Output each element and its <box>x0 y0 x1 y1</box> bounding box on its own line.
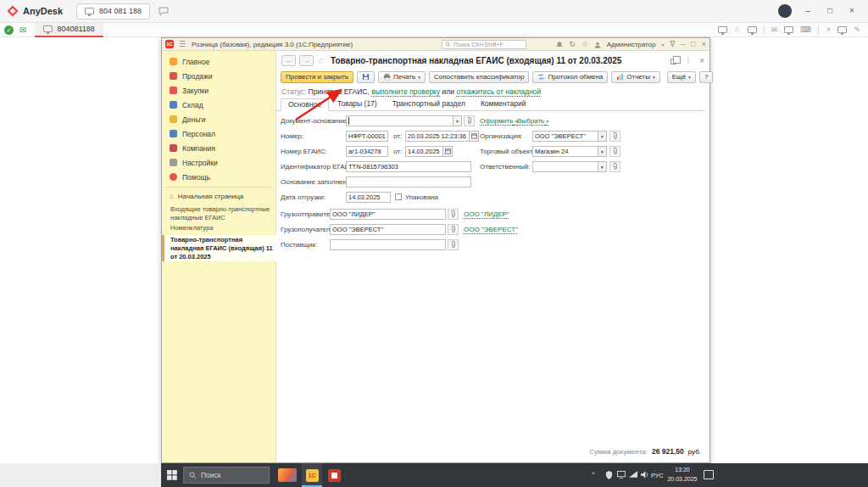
remote-address-field[interactable]: 804 081 188 <box>76 3 150 20</box>
attachment-clip-icon[interactable] <box>609 161 620 172</box>
global-search-input[interactable]: Поиск Ctrl+Shift+F <box>442 40 526 49</box>
close-document-icon[interactable]: × <box>699 56 704 65</box>
base-doc-choose-button[interactable]: ▾ <box>453 115 462 126</box>
ship-date-input[interactable] <box>346 192 391 203</box>
attachment-clip-icon[interactable] <box>448 209 459 220</box>
tab-transport[interactable]: Транспортный раздел <box>386 98 472 110</box>
organization-choose-button[interactable]: ▾ <box>598 131 607 142</box>
decline-waybill-link[interactable]: откажитесь от накладной <box>456 87 541 96</box>
open-in-new-window-icon[interactable] <box>670 59 676 64</box>
more-menu-icon[interactable]: ⋮ <box>684 56 692 64</box>
session-tab[interactable]: 804081188 <box>35 23 103 37</box>
select-link[interactable]: Выбрать ▾ <box>517 115 548 127</box>
nav-item-incoming-ttn-list[interactable]: Входящие товарно-транспортные накладные … <box>162 204 276 223</box>
keyboard-icon[interactable]: ⌨ <box>800 25 811 36</box>
taskbar-search[interactable]: Поиск <box>183 467 270 484</box>
tab-comment[interactable]: Комментарий <box>474 98 533 110</box>
responsible-input[interactable] <box>532 161 598 172</box>
onec-maximize-icon[interactable]: □ <box>691 38 695 51</box>
actions-icon[interactable]: ⚡ <box>826 25 831 36</box>
notifications-bell-icon[interactable] <box>556 41 563 48</box>
security-shield-icon[interactable] <box>605 471 613 479</box>
fill-base-input[interactable] <box>346 176 471 188</box>
nav-item-current-document[interactable]: Товарно-транспортная накладная ЕГАИС (вх… <box>162 235 276 261</box>
shipper-input[interactable] <box>330 209 446 220</box>
onec-close-icon[interactable]: × <box>702 38 706 51</box>
message-icon[interactable]: ✉ <box>19 23 26 37</box>
sidebar-item-staff[interactable]: Персонал <box>162 126 276 141</box>
start-button[interactable] <box>161 463 183 487</box>
forward-button[interactable]: → <box>299 55 314 66</box>
display-settings-icon[interactable] <box>718 26 727 33</box>
monitor-select-icon[interactable] <box>748 26 757 33</box>
attachment-clip-icon[interactable] <box>464 115 475 126</box>
window-minimize-icon[interactable]: – <box>802 5 814 17</box>
organization-input[interactable] <box>532 131 598 142</box>
shipper-link[interactable]: ООО "ЛИДЕР" <box>464 209 509 220</box>
window-maximize-icon[interactable]: □ <box>824 5 836 17</box>
main-menu-icon[interactable]: ☰ <box>179 38 186 51</box>
base-doc-input[interactable] <box>346 115 453 126</box>
exchange-log-button[interactable]: Протокол обмена <box>532 71 608 83</box>
language-indicator[interactable]: РУС <box>651 472 664 479</box>
volume-icon[interactable] <box>641 471 648 479</box>
sidebar-item-settings[interactable]: Настройки <box>162 155 276 170</box>
attachment-clip-icon[interactable] <box>609 146 620 157</box>
current-user-name[interactable]: Администратор <box>607 41 656 48</box>
whiteboard-icon[interactable]: ✎ <box>854 25 860 36</box>
screens-icon[interactable] <box>784 26 793 33</box>
sidebar-item-company[interactable]: Компания <box>162 141 276 155</box>
taskbar-clock[interactable]: 13:20 20.03.2025 <box>666 466 698 484</box>
sidebar-item-purchases[interactable]: Закупки <box>162 83 276 98</box>
consignee-link[interactable]: ООО "ЭВЕРЕСТ" <box>464 224 518 235</box>
tab-main[interactable]: Основное <box>281 98 329 111</box>
calendar-icon[interactable] <box>470 131 479 142</box>
doc-datetime-input[interactable] <box>405 131 470 142</box>
tray-expand-chevron-icon[interactable]: ^ <box>592 470 595 478</box>
nav-home-page[interactable]: ⌂ Начальная страница <box>162 191 276 202</box>
number-input[interactable] <box>346 131 388 142</box>
sidebar-item-help[interactable]: Помощь <box>162 170 276 184</box>
history-icon[interactable]: ↻ <box>569 38 576 51</box>
post-and-close-button[interactable]: Провести и закрыть <box>281 71 353 83</box>
packed-checkbox[interactable] <box>395 193 402 200</box>
taskbar-app-red[interactable] <box>324 463 344 487</box>
map-classifier-button[interactable]: Сопоставить классификатор <box>429 71 529 83</box>
consignee-input[interactable] <box>330 224 446 235</box>
action-center-icon[interactable] <box>704 470 714 479</box>
more-button[interactable]: Ещё▾ <box>667 71 696 83</box>
responsible-choose-button[interactable]: ▾ <box>598 161 607 172</box>
egais-number-input[interactable] <box>346 146 388 157</box>
help-button[interactable]: ? <box>699 71 713 83</box>
service-menu-icon[interactable]: ∇ <box>670 38 675 51</box>
chat-icon[interactable] <box>159 7 169 16</box>
window-close-icon[interactable]: × <box>846 5 858 17</box>
back-button[interactable]: ← <box>281 55 296 66</box>
attachment-clip-icon[interactable] <box>448 239 459 250</box>
create-link[interactable]: Оформить ▾ <box>480 115 518 127</box>
attachment-clip-icon[interactable] <box>448 224 459 235</box>
account-avatar[interactable] <box>778 4 792 18</box>
attachment-clip-icon[interactable] <box>609 131 620 142</box>
print-button[interactable]: Печать▾ <box>378 71 426 83</box>
taskbar-app-1c[interactable]: 1С <box>302 463 322 487</box>
egais-id-input[interactable] <box>346 161 471 172</box>
supplier-input[interactable] <box>330 239 446 250</box>
run-check-link[interactable]: выполните проверку <box>371 87 440 96</box>
favorite-star-icon[interactable]: ☆ <box>317 56 325 65</box>
weather-widget[interactable] <box>278 468 297 482</box>
user-menu-chevron-icon[interactable]: ▾ <box>661 42 664 48</box>
egais-date-input[interactable] <box>405 146 443 157</box>
display-tray-icon[interactable] <box>617 471 626 479</box>
tab-goods[interactable]: Товары (17) <box>331 98 384 110</box>
nav-item-nomenclature[interactable]: Номенклатура <box>162 223 276 233</box>
sidebar-item-sales[interactable]: Продажи <box>162 69 276 83</box>
sidebar-item-warehouse[interactable]: Склад <box>162 98 276 112</box>
file-transfer-icon[interactable]: ✉ <box>771 25 778 36</box>
store-choose-button[interactable]: ▾ <box>598 146 607 157</box>
screenshot-icon[interactable] <box>837 26 847 33</box>
network-icon[interactable] <box>629 471 637 479</box>
sidebar-item-money[interactable]: Деньги <box>162 112 276 126</box>
save-button[interactable] <box>357 71 375 83</box>
store-input[interactable] <box>532 146 598 157</box>
